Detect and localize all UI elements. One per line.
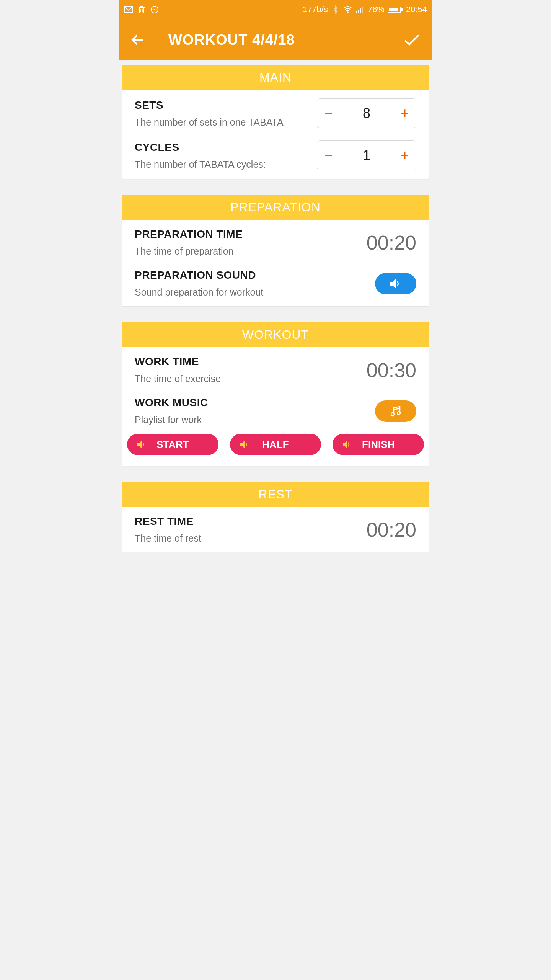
svg-rect-16 — [389, 8, 398, 11]
cycles-stepper: − 1 + — [317, 140, 416, 170]
chip-half[interactable]: HALF — [230, 434, 321, 455]
svg-point-10 — [347, 11, 349, 13]
rest-time-value: 00:20 — [367, 518, 416, 541]
row-prep-sound: PREPARATION SOUND Sound preparation for … — [122, 265, 429, 306]
work-music-sub: Playlist for work — [135, 414, 375, 425]
chip-finish[interactable]: FINISH — [333, 434, 424, 455]
workout-chips: START HALF FINISH — [122, 434, 429, 466]
svg-rect-17 — [401, 8, 403, 11]
battery-icon — [388, 5, 403, 14]
card-rest: REST REST TIME The time of rest 00:20 — [122, 482, 429, 552]
gmail-icon — [124, 5, 133, 14]
row-work-time[interactable]: WORK TIME The time of exercise 00:30 — [122, 347, 429, 393]
cycles-title: CYCLES — [135, 141, 317, 154]
card-header-workout: WORKOUT — [122, 322, 429, 347]
svg-point-21 — [397, 412, 400, 415]
svg-marker-25 — [343, 441, 347, 448]
net-speed: 177b/s — [303, 5, 328, 15]
chip-start[interactable]: START — [127, 434, 218, 455]
svg-rect-1 — [139, 7, 144, 13]
status-bar: 177b/s 76% 20:54 — [119, 0, 432, 19]
speaker-icon — [137, 440, 147, 449]
card-main: MAIN SETS The number of sets in one TABA… — [122, 65, 429, 179]
card-header-main: MAIN — [122, 65, 429, 90]
speaker-icon — [389, 278, 402, 289]
card-header-preparation: PREPARATION — [122, 195, 429, 220]
card-preparation: PREPARATION PREPARATION TIME The time of… — [122, 195, 429, 306]
chip-half-label: HALF — [262, 439, 289, 451]
svg-rect-13 — [360, 8, 361, 13]
app-bar: WORKOUT 4/4/18 — [119, 19, 432, 60]
work-time-value: 00:30 — [367, 359, 416, 382]
cycles-minus-button[interactable]: − — [317, 141, 340, 170]
work-music-title: WORK MUSIC — [135, 397, 375, 409]
prep-time-value: 00:20 — [367, 231, 416, 254]
wifi-icon — [343, 5, 352, 14]
clock: 20:54 — [406, 5, 427, 15]
page-title: WORKOUT 4/4/18 — [168, 32, 295, 48]
svg-line-22 — [394, 408, 400, 410]
prep-sound-sub: Sound preparation for workout — [135, 287, 375, 298]
back-arrow-icon[interactable] — [130, 32, 145, 47]
card-workout: WORKOUT WORK TIME The time of exercise 0… — [122, 322, 429, 466]
music-note-icon — [389, 405, 402, 417]
svg-rect-11 — [356, 11, 357, 13]
row-sets: SETS The number of sets in one TABATA − … — [122, 90, 429, 137]
svg-point-9 — [156, 9, 157, 10]
prep-time-sub: The time of preparation — [135, 246, 367, 257]
card-header-rest: REST — [122, 482, 429, 507]
signal-icon — [355, 5, 365, 14]
row-cycles: CYCLES The number of TABATA cycles: − 1 … — [122, 137, 429, 179]
svg-marker-23 — [137, 441, 142, 448]
work-music-button[interactable] — [375, 400, 416, 422]
svg-rect-12 — [358, 10, 359, 13]
sets-sub: The number of sets in one TABATA — [135, 117, 317, 128]
svg-point-7 — [153, 9, 154, 10]
rest-time-title: REST TIME — [135, 515, 367, 528]
sets-minus-button[interactable]: − — [317, 99, 340, 128]
row-work-music: WORK MUSIC Playlist for work — [122, 393, 429, 434]
row-prep-time[interactable]: PREPARATION TIME The time of preparation… — [122, 220, 429, 265]
sets-title: SETS — [135, 99, 317, 111]
sets-stepper: − 8 + — [317, 98, 416, 128]
more-circle-icon — [150, 5, 159, 14]
row-rest-time[interactable]: REST TIME The time of rest 00:20 — [122, 507, 429, 552]
speaker-icon — [240, 440, 250, 449]
battery-pct: 76% — [368, 5, 385, 15]
svg-point-8 — [154, 9, 155, 10]
cycles-value: 1 — [340, 141, 393, 170]
prep-sound-title: PREPARATION SOUND — [135, 269, 375, 281]
chip-finish-label: FINISH — [362, 439, 395, 451]
prep-sound-toggle[interactable] — [375, 273, 416, 294]
svg-marker-24 — [240, 441, 245, 448]
sets-plus-button[interactable]: + — [393, 99, 416, 128]
cycles-plus-button[interactable]: + — [393, 141, 416, 170]
confirm-check-icon[interactable] — [403, 33, 421, 47]
svg-rect-14 — [362, 7, 363, 13]
sets-value: 8 — [340, 99, 393, 128]
rest-time-sub: The time of rest — [135, 533, 367, 544]
svg-point-20 — [391, 413, 394, 416]
trash-icon — [137, 5, 146, 14]
work-time-sub: The time of exercise — [135, 373, 367, 384]
svg-marker-19 — [390, 279, 396, 288]
speaker-icon — [342, 440, 352, 449]
bluetooth-icon — [331, 5, 340, 14]
cycles-sub: The number of TABATA cycles: — [135, 159, 317, 170]
prep-time-title: PREPARATION TIME — [135, 228, 367, 240]
work-time-title: WORK TIME — [135, 356, 367, 368]
chip-start-label: START — [156, 439, 189, 451]
